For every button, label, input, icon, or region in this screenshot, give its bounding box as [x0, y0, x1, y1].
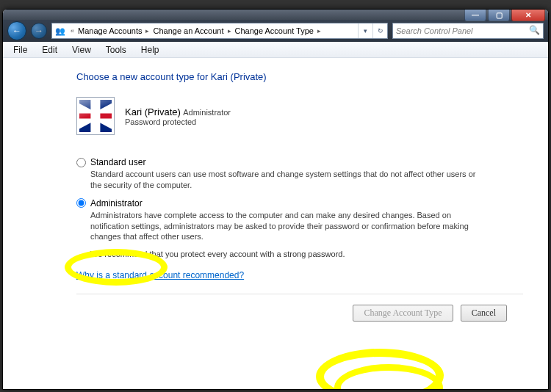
account-role: Administrator — [183, 108, 231, 117]
change-account-type-button[interactable]: Change Account Type — [353, 305, 453, 322]
refresh-button[interactable]: ↻ — [372, 23, 387, 38]
option-standard-user: Standard user Standard account users can… — [76, 157, 523, 191]
why-standard-link[interactable]: Why is a standard account recommended? — [76, 270, 244, 280]
back-button[interactable]: ← — [7, 21, 26, 40]
address-bar[interactable]: 👥 « Manage Accounts ▸ Change an Account … — [51, 23, 388, 39]
nav-toolbar: ← → 👥 « Manage Accounts ▸ Change an Acco… — [3, 20, 548, 42]
account-summary: Kari (Private) Administrator Password pr… — [76, 97, 523, 135]
option-label: Administrator — [90, 198, 143, 208]
account-name: Kari (Private) — [125, 106, 181, 117]
search-input[interactable]: Search Control Panel 🔍 — [392, 23, 544, 39]
menu-edit[interactable]: Edit — [36, 43, 63, 57]
control-panel-window: Microsoft Security Essentials — ▢ ✕ ← → … — [2, 9, 549, 390]
radio-standard-user-input[interactable] — [76, 158, 86, 167]
close-button[interactable]: ✕ — [511, 9, 545, 21]
arrow-right-icon: → — [35, 26, 43, 36]
refresh-icon: ↻ — [378, 27, 383, 35]
chevron-down-icon: ▾ — [364, 27, 367, 35]
account-info: Kari (Private) Administrator Password pr… — [125, 106, 231, 126]
chevron-right-icon: ▸ — [315, 27, 323, 35]
radio-administrator[interactable]: Administrator — [76, 198, 523, 208]
search-icon: 🔍 — [529, 25, 540, 35]
circle-annotation — [316, 349, 444, 390]
content-pane: Choose a new account type for Kari (Priv… — [3, 58, 548, 366]
address-dropdown-button[interactable]: ▾ — [358, 23, 372, 38]
menu-help[interactable]: Help — [135, 43, 165, 57]
search-placeholder: Search Control Panel — [396, 26, 473, 35]
recommendation-text: We recommend that you protect every acco… — [90, 250, 523, 258]
avatar — [76, 97, 115, 135]
radio-administrator-input[interactable] — [76, 198, 86, 208]
menu-view[interactable]: View — [66, 43, 97, 57]
uk-flag-icon — [79, 100, 112, 132]
menu-file[interactable]: File — [7, 43, 33, 57]
menu-bar: File Edit View Tools Help — [3, 42, 548, 58]
chevron-right-icon: ▸ — [143, 27, 151, 35]
option-label: Standard user — [90, 157, 145, 167]
button-row: Change Account Type Cancel — [76, 294, 523, 322]
titlebar[interactable]: — ▢ ✕ — [3, 10, 548, 20]
forward-button[interactable]: → — [31, 23, 47, 39]
arrow-left-icon: ← — [12, 26, 21, 36]
maximize-button[interactable]: ▢ — [488, 9, 510, 21]
breadcrumb-change-account[interactable]: Change an Account — [151, 26, 225, 35]
minimize-button[interactable]: — — [464, 9, 486, 21]
breadcrumb-manage-accounts[interactable]: Manage Accounts — [76, 26, 143, 35]
user-accounts-icon: 👥 — [54, 25, 66, 37]
option-administrator: Administrator Administrators have comple… — [76, 198, 523, 243]
menu-tools[interactable]: Tools — [100, 43, 132, 57]
breadcrumb-prefix: « — [68, 27, 76, 35]
breadcrumb-change-type[interactable]: Change Account Type — [234, 26, 315, 35]
cancel-button[interactable]: Cancel — [461, 305, 507, 322]
account-password-status: Password protected — [125, 117, 231, 126]
radio-standard-user[interactable]: Standard user — [76, 157, 523, 167]
chevron-right-icon: ▸ — [226, 27, 234, 35]
page-title: Choose a new account type for Kari (Priv… — [76, 71, 523, 82]
option-description: Administrators have complete access to t… — [90, 210, 487, 243]
option-description: Standard account users can use most soft… — [90, 169, 487, 191]
